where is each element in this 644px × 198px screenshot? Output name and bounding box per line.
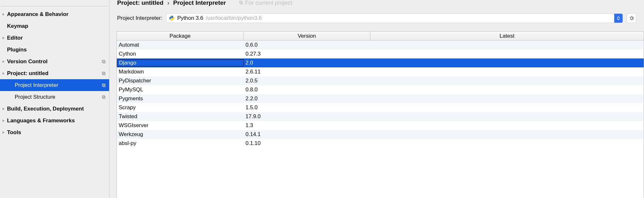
svg-rect-6 (103, 96, 105, 98)
sidebar-item[interactable]: Editor (0, 32, 109, 44)
table-row[interactable]: PyDispatcher2.0.5 (117, 76, 644, 85)
chevron-right-icon (1, 71, 6, 76)
sidebar-item-label: Project: untitled (7, 70, 101, 77)
chevron-right-icon (1, 59, 6, 64)
interpreter-name: Python 3.6 (177, 15, 203, 21)
sidebar-item-label: Tools (7, 129, 109, 136)
cell-version: 0.14.1 (244, 131, 370, 138)
table-row[interactable]: Pygments2.2.0 (117, 94, 644, 103)
chevron-right-icon (1, 118, 6, 123)
cell-package: Werkzeug (117, 131, 244, 138)
main-panel: Project: untitled › Project Interpreter … (109, 0, 644, 198)
table-row[interactable]: Automat0.6.0 (117, 41, 644, 50)
sidebar-item-label: Editor (7, 35, 109, 41)
settings-sidebar: Appearance & BehaviorKeymapEditorPlugins… (0, 0, 109, 198)
chevron-right-icon (1, 24, 6, 28)
chevron-right-icon (1, 130, 6, 135)
sidebar-item[interactable]: Project Interpreter (0, 79, 109, 91)
cell-version: 1.3 (244, 122, 370, 129)
cell-version: 2.0.5 (244, 78, 370, 84)
breadcrumb: Project: untitled › Project Interpreter … (109, 0, 644, 8)
svg-rect-8 (240, 2, 242, 4)
cell-version: 0.6.0 (244, 42, 370, 48)
cell-version: 2.6.11 (244, 69, 370, 75)
sidebar-item[interactable]: Tools (0, 126, 109, 138)
table-body: Automat0.6.0Cython0.27.3Django2.0Markdow… (117, 41, 644, 148)
packages-table: Package Version Latest Automat0.6.0Cytho… (117, 31, 644, 198)
svg-rect-5 (102, 84, 104, 86)
cell-version: 0.1.10 (244, 140, 370, 147)
interpreter-label: Project Interpreter: (117, 15, 162, 21)
svg-rect-1 (102, 60, 104, 62)
interpreter-dropdown[interactable]: Python 3.6 /usr/local/bin/python3.6 (166, 13, 623, 23)
search-input[interactable] (1, 0, 108, 6)
chevron-right-icon (1, 12, 6, 17)
cell-package: Cython (117, 51, 244, 57)
copy-icon (101, 59, 106, 64)
cell-version: 0.27.3 (244, 51, 370, 57)
breadcrumb-meta-label: For current project (245, 0, 292, 6)
table-row[interactable]: Werkzeug0.14.1 (117, 130, 644, 139)
cell-package: Pygments (117, 95, 244, 102)
sidebar-item-label: Project Structure (15, 94, 101, 100)
copy-icon (101, 95, 106, 99)
cell-package: Scrapy (117, 104, 244, 111)
breadcrumb-meta: For current project (239, 0, 292, 6)
sidebar-item[interactable]: Version Control (0, 56, 109, 67)
table-row[interactable]: WSGIserver1.3 (117, 121, 644, 130)
sidebar-item[interactable]: Appearance & Behavior (0, 8, 109, 20)
sidebar-item-label: Plugins (7, 47, 109, 53)
table-row[interactable]: PyMySQL0.8.0 (117, 85, 644, 94)
sidebar-item-label: Version Control (7, 58, 101, 65)
dropdown-chevrons-icon[interactable] (614, 14, 623, 23)
sidebar-item[interactable]: Project: untitled (0, 67, 109, 79)
col-header-package[interactable]: Package (117, 32, 244, 40)
cell-version: 2.0 (244, 60, 370, 66)
svg-rect-0 (103, 61, 105, 63)
breadcrumb-separator: › (167, 0, 169, 6)
settings-tree: Appearance & BehaviorKeymapEditorPlugins… (0, 8, 109, 138)
svg-rect-2 (103, 72, 105, 75)
sidebar-item[interactable]: Plugins (0, 44, 109, 56)
breadcrumb-project: Project: untitled (117, 0, 164, 6)
sidebar-item-label: Appearance & Behavior (7, 11, 109, 18)
sidebar-item-label: Keymap (7, 23, 109, 29)
sidebar-item[interactable]: Languages & Frameworks (0, 115, 109, 126)
cell-package: Markdown (117, 69, 244, 75)
table-row[interactable]: absl-py0.1.10 (117, 139, 644, 148)
table-row[interactable]: Scrapy1.5.0 (117, 103, 644, 112)
interpreter-path: /usr/local/bin/python3.6 (206, 15, 262, 21)
chevron-right-icon (1, 107, 6, 111)
copy-icon (239, 0, 243, 6)
svg-rect-4 (103, 84, 105, 87)
table-header: Package Version Latest (117, 32, 644, 41)
cell-package: Automat (117, 42, 244, 48)
settings-gear-button[interactable] (627, 13, 636, 23)
sidebar-item-label: Build, Execution, Deployment (7, 106, 109, 112)
sidebar-item[interactable]: Build, Execution, Deployment (0, 103, 109, 115)
sidebar-item-label: Project Interpreter (15, 82, 101, 88)
sidebar-item[interactable]: Keymap (0, 20, 109, 32)
cell-version: 17.9.0 (244, 113, 370, 120)
chevron-right-icon (1, 48, 6, 52)
table-row[interactable]: Twisted17.9.0 (117, 112, 644, 121)
cell-version: 0.8.0 (244, 87, 370, 93)
col-header-version[interactable]: Version (244, 32, 370, 40)
col-header-latest[interactable]: Latest (370, 32, 644, 40)
table-row[interactable]: Django2.0 (117, 58, 644, 67)
cell-package: PyMySQL (117, 87, 244, 93)
cell-package: Twisted (117, 113, 244, 120)
cell-package: PyDispatcher (117, 78, 244, 84)
sidebar-item[interactable]: Project Structure (0, 91, 109, 103)
svg-rect-9 (239, 1, 242, 3)
table-row[interactable]: Markdown2.6.11 (117, 67, 644, 76)
breadcrumb-section: Project Interpreter (173, 0, 226, 6)
cell-version: 1.5.0 (244, 104, 370, 111)
cell-package: Django (117, 59, 244, 66)
python-icon (169, 15, 175, 21)
cell-version: 2.2.0 (244, 95, 370, 102)
chevron-right-icon (1, 36, 6, 40)
table-row[interactable]: Cython0.27.3 (117, 50, 644, 58)
svg-rect-3 (102, 72, 104, 74)
interpreter-row: Project Interpreter: Python 3.6 /usr/loc… (109, 8, 644, 31)
